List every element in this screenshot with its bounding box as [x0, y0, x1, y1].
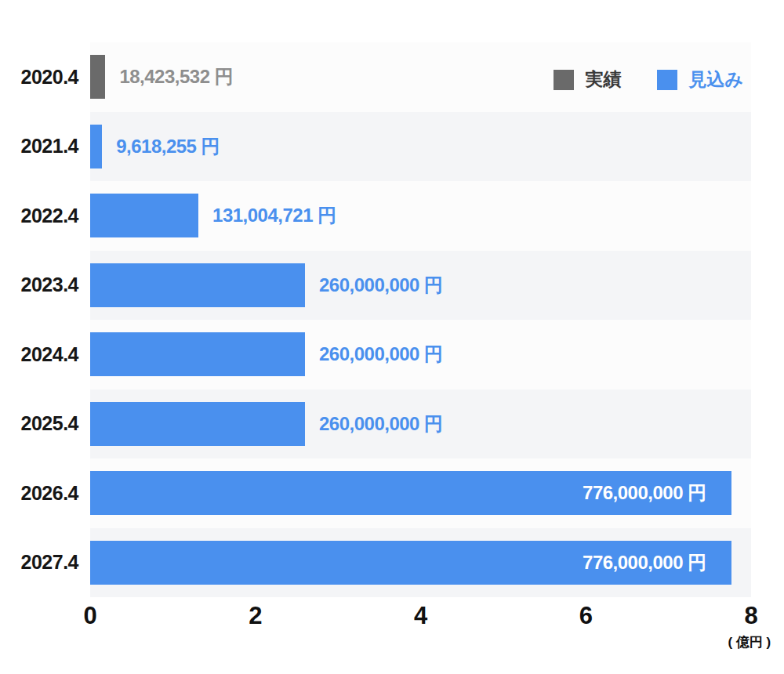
bar-forecast — [90, 194, 198, 237]
value-label: 776,000,000 円 — [583, 550, 706, 575]
chart-row: 260,000,000 円 — [90, 320, 751, 390]
category-label: 2020.4 — [0, 42, 78, 112]
x-axis-unit-label: ( 億円 ) — [728, 633, 771, 651]
chart-row: 131,004,721 円 — [90, 181, 751, 251]
x-axis: 0 2 4 6 8 ( 億円 ) — [90, 602, 751, 657]
value-label: 9,618,255 円 — [116, 134, 220, 159]
category-label: 2021.4 — [0, 112, 78, 182]
bar-forecast: 776,000,000 円 — [90, 471, 731, 515]
chart-row: 9,618,255 円 — [90, 112, 751, 182]
legend-label: 実績 — [585, 67, 621, 92]
x-axis-tick: 2 — [249, 602, 262, 630]
legend-swatch-actual — [554, 70, 574, 90]
plot-area: 18,423,532 円 9,618,255 円 131,004,721 円 2… — [90, 42, 751, 597]
y-axis-category-labels: 2020.4 2021.4 2022.4 2023.4 2024.4 2025.… — [0, 42, 78, 597]
bar-forecast — [90, 332, 305, 376]
value-label: 18,423,532 円 — [119, 64, 233, 89]
category-label: 2027.4 — [0, 528, 78, 598]
category-label: 2026.4 — [0, 458, 78, 528]
category-label: 2024.4 — [0, 320, 78, 390]
chart-row: 260,000,000 円 — [90, 390, 751, 459]
category-label: 2023.4 — [0, 251, 78, 321]
x-axis-tick: 6 — [579, 602, 593, 630]
legend-swatch-forecast — [657, 70, 677, 90]
value-label: 131,004,721 円 — [212, 203, 336, 228]
bar-forecast — [90, 125, 102, 168]
category-label: 2025.4 — [0, 390, 78, 459]
bar-forecast — [90, 402, 305, 446]
revenue-forecast-bar-chart: 2020.4 2021.4 2022.4 2023.4 2024.4 2025.… — [0, 0, 784, 674]
bar-actual — [90, 55, 105, 99]
chart-row: 776,000,000 円 — [90, 458, 751, 528]
x-axis-tick: 0 — [83, 602, 96, 630]
legend-item-forecast: 見込み — [657, 67, 743, 92]
chart-row: 776,000,000 円 — [90, 528, 751, 598]
value-label: 260,000,000 円 — [319, 411, 443, 437]
legend: 実績 見込み — [554, 67, 743, 92]
legend-item-actual: 実績 — [554, 67, 621, 92]
x-axis-tick: 8 — [744, 602, 757, 630]
chart-row: 260,000,000 円 — [90, 251, 751, 321]
bar-forecast — [90, 263, 305, 307]
legend-label: 見込み — [688, 67, 743, 92]
value-label: 260,000,000 円 — [319, 273, 443, 298]
bar-forecast: 776,000,000 円 — [90, 541, 731, 585]
category-label: 2022.4 — [0, 181, 78, 251]
value-label: 776,000,000 円 — [583, 480, 706, 506]
value-label: 260,000,000 円 — [319, 342, 443, 367]
x-axis-tick: 4 — [414, 602, 427, 630]
